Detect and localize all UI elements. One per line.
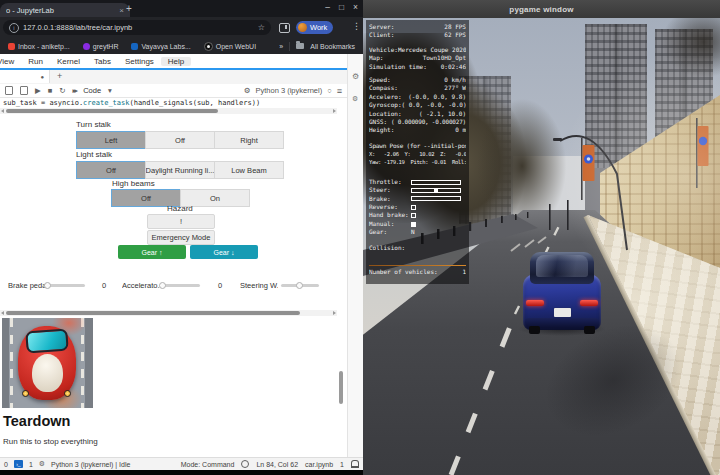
browser-tab[interactable]: o - JupyterLab × — [0, 3, 130, 17]
bookmark-label: Inbox - aniketp... — [18, 43, 70, 50]
code-cell[interactable]: sub_task = asyncio.create_task(handle_si… — [3, 99, 260, 107]
bookmark-vayavya[interactable]: Vayavya Labs... — [131, 43, 190, 50]
dirty-dot-icon: ● — [40, 74, 44, 80]
scroll-right-icon[interactable] — [333, 109, 336, 113]
handbrake-checkbox — [411, 213, 416, 218]
maximize-button[interactable]: □ — [339, 2, 344, 12]
gear-down-button[interactable]: Gear ↓ — [190, 245, 258, 259]
hud-brake: Brake: — [369, 195, 466, 203]
headlight — [22, 390, 29, 397]
bookmark-greythr[interactable]: greytHR — [83, 43, 119, 50]
hud-value: 1 — [462, 268, 466, 276]
statusbar-right: Mode: Command Ln 84, Col 62 car.ipynb 1 — [181, 460, 359, 468]
hud-value: 277° W — [444, 84, 466, 92]
turn-left-button[interactable]: Left — [76, 131, 146, 149]
hscroll-thumb[interactable] — [6, 109, 218, 113]
cursor-position[interactable]: Ln 84, Col 62 — [256, 461, 298, 468]
bookmark-inbox[interactable]: Inbox - aniketp... — [8, 43, 70, 50]
all-bookmarks-button[interactable]: All Bookmarks — [310, 43, 355, 50]
screen: o - JupyterLab × + – □ × i 127.0.0.1:888… — [0, 0, 720, 475]
paste-icon[interactable] — [20, 86, 28, 95]
hud-simtime: Simulation time:0:02:46 — [369, 63, 466, 71]
car-output-image — [2, 318, 93, 408]
menu-help[interactable]: Help — [161, 57, 191, 66]
tab-close-icon[interactable]: × — [119, 6, 124, 15]
stop-icon[interactable]: ■ — [48, 86, 53, 95]
hud-label: Gear: — [369, 228, 411, 236]
turn-off-button[interactable]: Off — [145, 131, 215, 149]
site-info-icon[interactable]: i — [9, 23, 19, 33]
hud-speed: Speed:0 km/h — [369, 76, 466, 84]
notebook-tab[interactable]: ● — [0, 70, 50, 83]
menu-view[interactable]: View — [0, 57, 21, 66]
cell-hscrollbar[interactable] — [0, 108, 337, 114]
copy-icon[interactable] — [5, 86, 13, 95]
hud-label: Gyroscop: — [369, 101, 402, 109]
jupyter-menubar: View Run Kernel Tabs Settings Help — [0, 54, 347, 70]
jupyter-dock-tabbar: ● + — [0, 70, 347, 85]
mode-indicator[interactable]: Mode: Command — [181, 461, 235, 468]
hamburger-icon[interactable]: ≡ — [337, 86, 342, 96]
add-tab-button[interactable]: + — [57, 71, 62, 81]
notebook-vscrollbar-thumb[interactable] — [339, 371, 343, 404]
menu-settings[interactable]: Settings — [118, 57, 161, 66]
headlight — [64, 390, 71, 397]
kernel-status-text[interactable]: Python 3 (ipykernel) | Idle — [51, 461, 130, 468]
run-all-icon[interactable]: ▸▸ — [73, 86, 77, 95]
tab-search-icon[interactable] — [279, 23, 290, 33]
gear-up-button[interactable]: Gear ↑ — [118, 245, 186, 259]
scroll-left-icon[interactable] — [1, 109, 4, 113]
pygame-title: pygame window — [509, 5, 573, 14]
restart-icon[interactable]: ↻ — [59, 86, 65, 95]
run-icon[interactable]: ▶ — [35, 86, 41, 95]
output-hscrollbar[interactable] — [0, 310, 337, 316]
hazard-button[interactable]: ! — [147, 214, 215, 229]
address-bar[interactable]: i 127.0.0.1:8888/lab/tree/car.ipynb ☆ — [3, 20, 271, 35]
accel-slider-handle[interactable] — [159, 282, 166, 289]
brake-slider[interactable] — [47, 284, 85, 287]
property-inspector-icon[interactable]: ⚙ — [352, 72, 359, 81]
hscroll-thumb[interactable] — [6, 311, 300, 315]
light-drl-button[interactable]: Daylight Running li... — [145, 161, 215, 179]
hazard-label: Hazard — [167, 204, 193, 213]
debugger-icon[interactable]: ⚙ — [352, 95, 358, 103]
cell-type-select[interactable]: Code — [83, 86, 101, 95]
menu-kernel[interactable]: Kernel — [50, 57, 87, 66]
menu-run[interactable]: Run — [21, 57, 50, 66]
url-text[interactable]: 127.0.0.1:8888/lab/tree/car.ipynb — [23, 23, 254, 32]
light-off-button[interactable]: Off — [76, 161, 146, 179]
hud-label: Reverse: — [369, 203, 411, 211]
brake-slider-label: Brake pedal — [8, 281, 46, 290]
hud-label: Accelero: — [369, 93, 402, 101]
bell-icon[interactable] — [351, 460, 359, 468]
close-button[interactable]: × — [353, 2, 358, 12]
bookmarks-overflow-icon[interactable]: » — [279, 43, 283, 50]
light-lowbeam-button[interactable]: Low Beam — [214, 161, 284, 179]
minimize-button[interactable]: – — [325, 2, 330, 12]
brake-slider-handle[interactable] — [44, 282, 51, 289]
menu-tabs[interactable]: Tabs — [87, 57, 118, 66]
car-wheel — [529, 326, 540, 334]
browser-menu-icon[interactable]: ⋮ — [352, 21, 361, 31]
emergency-mode-button[interactable]: Emergency Mode — [147, 230, 215, 245]
scroll-left-icon[interactable] — [1, 311, 4, 315]
pygame-titlebar[interactable]: pygame window — [363, 0, 720, 19]
gear-icon[interactable]: ⚙ — [244, 86, 251, 95]
scroll-right-icon[interactable] — [333, 311, 336, 315]
profile-chip[interactable]: Work — [296, 21, 333, 34]
code-fn: create_task — [83, 99, 129, 107]
carla-viewport[interactable]: Server:28 FPS Client:62 FPS Vehicle:Merc… — [363, 18, 720, 475]
chevron-down-icon[interactable]: ▾ — [108, 86, 112, 95]
terminal-count: 0 — [4, 461, 8, 468]
kernel-name[interactable]: Python 3 (ipykernel) — [256, 86, 323, 95]
turn-right-button[interactable]: Right — [214, 131, 284, 149]
bookmark-openwebui[interactable]: Open WebUI — [204, 42, 256, 51]
accel-slider[interactable] — [162, 284, 200, 287]
vayavya-icon — [131, 43, 138, 50]
new-tab-button[interactable]: + — [126, 3, 132, 14]
steering-slider-handle[interactable] — [296, 282, 303, 289]
light-stalk-toggle: Off Daylight Running li... Low Beam — [77, 161, 284, 179]
hud-gear: Gear:N — [369, 228, 466, 236]
terminal-icon: ›_ — [14, 460, 23, 468]
bookmark-star-icon[interactable]: ☆ — [258, 23, 265, 32]
